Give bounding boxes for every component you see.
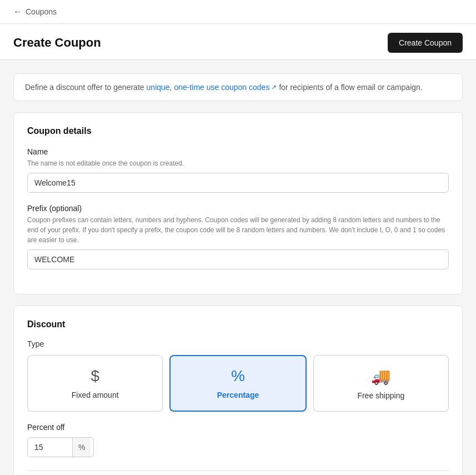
percent-off-field: Percent off % xyxy=(27,423,449,457)
name-field-group: Name The name is not editable once the c… xyxy=(27,147,449,193)
type-label: Type xyxy=(27,339,449,348)
type-free-shipping[interactable]: 🚚 Free shipping xyxy=(313,355,449,412)
prefix-label: Prefix (optional) xyxy=(27,204,449,213)
info-prefix: Define a discount offer to generate xyxy=(25,83,144,92)
percentage-label: Percentage xyxy=(217,391,259,399)
info-suffix: for recipients of a flow email or campai… xyxy=(279,83,422,92)
coupon-codes-link[interactable]: unique, one-time use coupon codes xyxy=(147,83,277,92)
back-label: Coupons xyxy=(26,7,57,16)
page-title-bar: Create Coupon Create Coupon xyxy=(0,24,476,60)
free-shipping-label: Free shipping xyxy=(357,391,404,400)
discount-card: Discount Type $ Fixed amount % Percentag… xyxy=(13,306,463,475)
name-hint: The name is not editable once the coupon… xyxy=(27,158,449,168)
percent-input-wrap: % xyxy=(27,437,94,457)
type-options: $ Fixed amount % Percentage 🚚 Free shipp… xyxy=(27,355,449,412)
dollar-icon: $ xyxy=(91,367,99,385)
create-coupon-button[interactable]: Create Coupon xyxy=(388,33,463,53)
info-bar: Define a discount offer to generate uniq… xyxy=(13,73,463,101)
discount-section-label: Discount xyxy=(27,319,449,329)
truck-icon: 🚚 xyxy=(371,367,390,386)
prefix-field-group: Prefix (optional) Coupon prefixes can co… xyxy=(27,204,449,269)
percent-icon: % xyxy=(231,367,245,385)
prefix-hint: Coupon prefixes can contain letters, num… xyxy=(27,215,449,245)
name-input[interactable] xyxy=(27,173,449,193)
name-label: Name xyxy=(27,147,449,156)
type-fixed-amount[interactable]: $ Fixed amount xyxy=(27,355,163,412)
divider xyxy=(27,471,449,471)
coupon-details-card: Coupon details Name The name is not edit… xyxy=(13,112,463,294)
back-link[interactable]: ← Coupons xyxy=(13,7,57,17)
page-title: Create Coupon xyxy=(13,36,101,50)
percent-off-input[interactable] xyxy=(28,438,72,457)
type-percentage[interactable]: % Percentage xyxy=(169,355,306,412)
top-bar: ← Coupons xyxy=(0,0,476,24)
percent-symbol: % xyxy=(72,438,91,457)
prefix-input[interactable] xyxy=(27,249,449,269)
coupon-details-title: Coupon details xyxy=(27,126,449,136)
fixed-amount-label: Fixed amount xyxy=(72,391,119,399)
percent-off-label: Percent off xyxy=(27,423,449,432)
back-arrow-icon: ← xyxy=(13,7,22,17)
